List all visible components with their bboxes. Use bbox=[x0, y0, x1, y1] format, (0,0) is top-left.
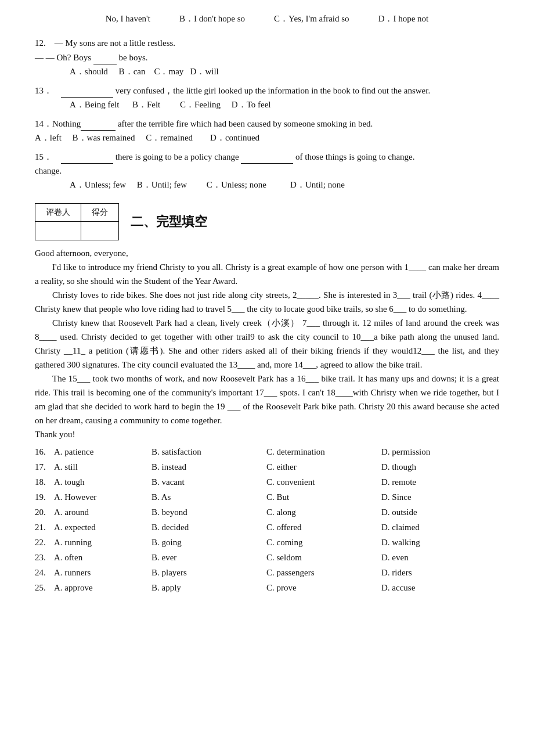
q23-num: 23. bbox=[35, 550, 49, 564]
answer-row-19: 19. A. However B. As C. But D. Since bbox=[35, 490, 499, 504]
q24-num: 24. bbox=[35, 566, 49, 579]
passage-p3: Christy loves to ride bikes. She does no… bbox=[35, 288, 499, 316]
answer-row-16: 16. A. patience B. satisfaction C. deter… bbox=[35, 445, 499, 459]
option-D-top: D．I hope not bbox=[378, 12, 429, 26]
q14-text: 14．Nothing after the terrible fire which… bbox=[35, 116, 499, 131]
question-13: 13． very confused，the little girl looked… bbox=[35, 83, 499, 111]
passage-p6: Thank you! bbox=[35, 427, 499, 441]
answer-row-20: 20. A. around B. beyond C. along D. outs… bbox=[35, 505, 499, 519]
answer-row-23: 23. A. often B. ever C. seldom D. even bbox=[35, 550, 499, 564]
q15-options: A．Unless; few B．Until; few C．Unless; non… bbox=[70, 178, 499, 192]
q12-dialogue2: — — Oh? Boys be boys. bbox=[35, 50, 499, 64]
q25-B: B. apply bbox=[151, 581, 262, 595]
answer-row-22: 22. A. running B. going C. coming D. wal… bbox=[35, 535, 499, 549]
q17-A: A. still bbox=[54, 460, 147, 474]
q22-D: D. walking bbox=[381, 535, 420, 549]
section2-title: 二、完型填空 bbox=[131, 211, 207, 232]
grading-col1-value bbox=[35, 222, 81, 240]
option-B-top: B．I don't hope so bbox=[179, 12, 245, 26]
q23-D: D. even bbox=[381, 550, 409, 564]
q19-C: C. But bbox=[266, 490, 377, 504]
q21-B: B. decided bbox=[151, 520, 262, 534]
q13-text: 13． very confused，the little girl looked… bbox=[35, 83, 499, 98]
q24-C: C. passengers bbox=[266, 566, 377, 579]
q12-options: A．should B．can C．may D．will bbox=[70, 64, 499, 78]
q18-B: B. vacant bbox=[151, 475, 262, 489]
grading-table: 评卷人 得分 bbox=[35, 203, 119, 240]
q16-num: 16. bbox=[35, 445, 49, 459]
passage-p1: Good afternoon, everyone, bbox=[35, 246, 499, 260]
passage: Good afternoon, everyone, I'd like to in… bbox=[35, 246, 499, 441]
q25-D: D. accuse bbox=[381, 581, 415, 595]
q15-text: 15． there is going to be a policy change… bbox=[35, 149, 499, 164]
q22-A: A. running bbox=[54, 535, 147, 549]
q21-C: C. offered bbox=[266, 520, 377, 534]
answer-row-21: 21. A. expected B. decided C. offered D.… bbox=[35, 520, 499, 534]
q19-D: D. Since bbox=[381, 490, 412, 504]
answer-row-17: 17. A. still B. instead C. either D. tho… bbox=[35, 460, 499, 474]
q15-blank2 bbox=[241, 149, 293, 164]
q24-B: B. players bbox=[151, 566, 262, 579]
q13-options: A．Being felt B．Felt C．Feeling D．To feel bbox=[70, 98, 499, 111]
q16-C: C. determination bbox=[266, 445, 377, 459]
q18-D: D. remote bbox=[381, 475, 416, 489]
passage-p2: I'd like to introduce my friend Christy … bbox=[35, 260, 499, 288]
q12-dialogue1: 12. — My sons are not a little restless. bbox=[35, 36, 499, 50]
q18-num: 18. bbox=[35, 475, 49, 489]
question-14: 14．Nothing after the terrible fire which… bbox=[35, 116, 499, 145]
q20-B: B. beyond bbox=[151, 505, 262, 519]
option-C-top: C．Yes, I'm afraid so bbox=[274, 12, 349, 26]
q20-A: A. around bbox=[54, 505, 147, 519]
question-12: 12. — My sons are not a little restless.… bbox=[35, 36, 499, 78]
q17-D: D. though bbox=[381, 460, 416, 474]
question-15: 15． there is going to be a policy change… bbox=[35, 149, 499, 192]
q19-A: A. However bbox=[54, 490, 147, 504]
answer-row-18: 18. A. tough B. vacant C. convenient D. … bbox=[35, 475, 499, 489]
q20-num: 20. bbox=[35, 505, 49, 519]
q16-B: B. satisfaction bbox=[151, 445, 262, 459]
q13-blank bbox=[61, 83, 113, 98]
top-options-row: No, I haven't B．I don't hope so C．Yes, I… bbox=[35, 12, 499, 26]
q14-options: A．left B．was remained C．remained D．conti… bbox=[35, 131, 499, 145]
answer-row-24: 24. A. runners B. players C. passengers … bbox=[35, 566, 499, 579]
q21-num: 21. bbox=[35, 520, 49, 534]
q15-blank1 bbox=[61, 149, 113, 164]
q25-num: 25. bbox=[35, 581, 49, 595]
answer-options-list: 16. A. patience B. satisfaction C. deter… bbox=[35, 445, 499, 595]
q22-B: B. going bbox=[151, 535, 262, 549]
passage-p5: The 15___ took two months of work, and n… bbox=[35, 372, 499, 427]
q23-B: B. ever bbox=[151, 550, 262, 564]
grading-col2-value bbox=[81, 222, 119, 240]
q20-C: C. along bbox=[266, 505, 377, 519]
q14-blank bbox=[81, 116, 116, 131]
q24-A: A. runners bbox=[54, 566, 147, 579]
answer-row-25: 25. A. approve B. apply C. prove D. accu… bbox=[35, 581, 499, 595]
q21-A: A. expected bbox=[54, 520, 147, 534]
q17-C: C. either bbox=[266, 460, 377, 474]
q25-C: C. prove bbox=[266, 581, 377, 595]
q17-B: B. instead bbox=[151, 460, 262, 474]
q22-C: C. coming bbox=[266, 535, 377, 549]
q25-A: A. approve bbox=[54, 581, 147, 595]
q16-D: D. permission bbox=[381, 445, 430, 459]
q23-C: C. seldom bbox=[266, 550, 377, 564]
q16-A: A. patience bbox=[54, 445, 147, 459]
q15-text-change: change. bbox=[35, 164, 499, 178]
q12-blank bbox=[93, 50, 117, 64]
q22-num: 22. bbox=[35, 535, 49, 549]
q21-D: D. claimed bbox=[381, 520, 420, 534]
grading-col1-label: 评卷人 bbox=[35, 204, 81, 222]
grading-col2-label: 得分 bbox=[81, 204, 119, 222]
q17-num: 17. bbox=[35, 460, 49, 474]
q24-D: D. riders bbox=[381, 566, 412, 579]
q20-D: D. outside bbox=[381, 505, 417, 519]
q19-B: B. As bbox=[151, 490, 262, 504]
option-A-top: No, I haven't bbox=[106, 12, 150, 26]
q18-A: A. tough bbox=[54, 475, 147, 489]
q23-A: A. often bbox=[54, 550, 147, 564]
q18-C: C. convenient bbox=[266, 475, 377, 489]
section2-header: 评卷人 得分 二、完型填空 bbox=[35, 203, 499, 240]
passage-p4: Christy knew that Roosevelt Park had a c… bbox=[35, 316, 499, 372]
q19-num: 19. bbox=[35, 490, 49, 504]
